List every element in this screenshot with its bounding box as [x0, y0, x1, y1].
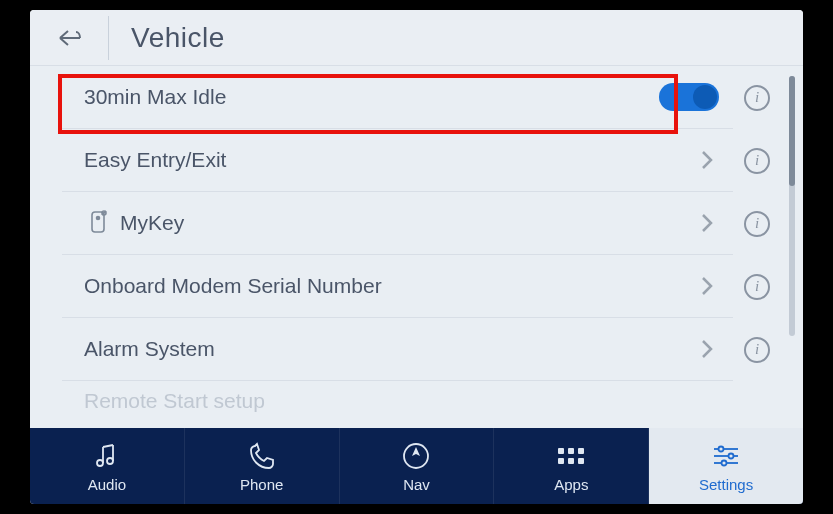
- svg-point-9: [729, 453, 734, 458]
- row-label: Remote Start setup: [84, 389, 719, 413]
- mykey-icon: [84, 210, 112, 236]
- max-idle-toggle[interactable]: [659, 83, 719, 111]
- scrollbar-thumb[interactable]: [789, 76, 795, 186]
- row-mykey[interactable]: MyKey: [62, 192, 733, 255]
- nav-label: Phone: [240, 476, 283, 493]
- audio-icon: [92, 440, 122, 472]
- phone-icon: [247, 440, 277, 472]
- scrollbar-track[interactable]: [789, 76, 795, 336]
- row-remote-start[interactable]: Remote Start setup: [62, 381, 733, 421]
- info-column: i i i i i: [737, 66, 777, 428]
- chevron-right-icon: [695, 339, 719, 359]
- settings-icon: [711, 440, 741, 472]
- chevron-right-icon: [695, 213, 719, 233]
- row-label: Onboard Modem Serial Number: [84, 274, 695, 298]
- row-label: 30min Max Idle: [84, 85, 659, 109]
- svg-point-4: [107, 458, 113, 464]
- row-label: Alarm System: [84, 337, 695, 361]
- nav-nav[interactable]: Nav: [340, 428, 495, 504]
- row-max-idle[interactable]: 30min Max Idle: [62, 66, 733, 129]
- row-label: Easy Entry/Exit: [84, 148, 695, 172]
- row-easy-entry-exit[interactable]: Easy Entry/Exit: [62, 129, 733, 192]
- row-alarm-system[interactable]: Alarm System: [62, 318, 733, 381]
- nav-label: Apps: [554, 476, 588, 493]
- nav-label: Nav: [403, 476, 430, 493]
- svg-point-7: [719, 446, 724, 451]
- row-modem-serial[interactable]: Onboard Modem Serial Number: [62, 255, 733, 318]
- row-label: MyKey: [120, 211, 695, 235]
- vehicle-settings-screen: Vehicle 30min Max Idle Easy Entry/Exit M…: [30, 10, 803, 504]
- svg-point-3: [97, 460, 103, 466]
- info-icon-alarm[interactable]: i: [744, 337, 770, 363]
- back-arrow-icon: [56, 26, 84, 50]
- nav-icon: [401, 440, 431, 472]
- settings-list: 30min Max Idle Easy Entry/Exit MyKey Onb…: [62, 66, 733, 428]
- info-icon-max-idle[interactable]: i: [744, 85, 770, 111]
- nav-audio[interactable]: Audio: [30, 428, 185, 504]
- svg-point-11: [722, 460, 727, 465]
- back-button[interactable]: [48, 16, 92, 60]
- nav-label: Audio: [88, 476, 126, 493]
- chevron-right-icon: [695, 276, 719, 296]
- info-icon-easy-entry[interactable]: i: [744, 148, 770, 174]
- apps-icon: [558, 440, 584, 472]
- nav-settings[interactable]: Settings: [649, 428, 803, 504]
- nav-label: Settings: [699, 476, 753, 493]
- chevron-right-icon: [695, 150, 719, 170]
- svg-point-1: [97, 217, 100, 220]
- bottom-nav: Audio Phone Nav Apps Settings: [30, 428, 803, 504]
- page-title: Vehicle: [108, 16, 225, 60]
- nav-phone[interactable]: Phone: [185, 428, 340, 504]
- info-icon-modem[interactable]: i: [744, 274, 770, 300]
- header-bar: Vehicle: [30, 10, 803, 66]
- info-icon-mykey[interactable]: i: [744, 211, 770, 237]
- settings-list-container: 30min Max Idle Easy Entry/Exit MyKey Onb…: [30, 66, 803, 428]
- nav-apps[interactable]: Apps: [494, 428, 649, 504]
